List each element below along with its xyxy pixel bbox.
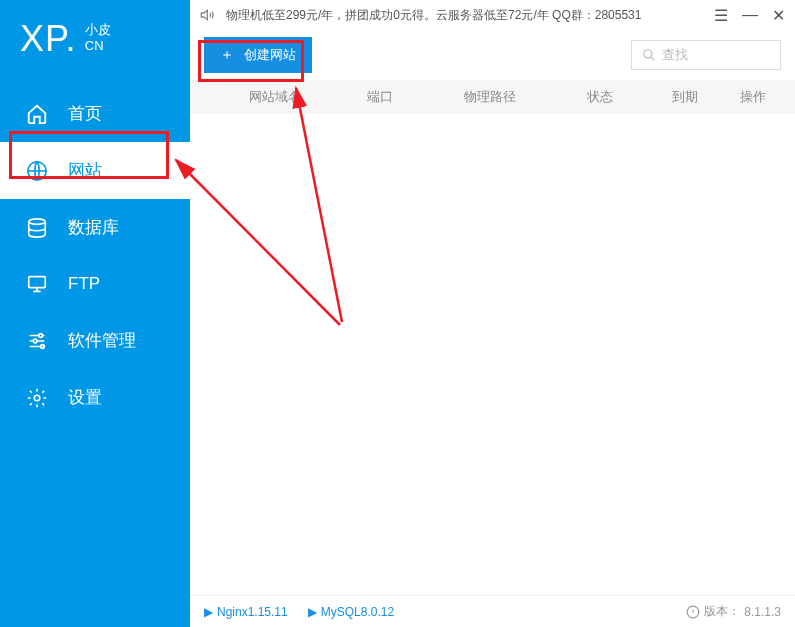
- sliders-icon: [24, 330, 50, 352]
- window-controls: ☰ — ✕: [714, 6, 785, 25]
- logo: XP. 小皮 CN: [0, 0, 190, 80]
- play-icon: ▶: [204, 605, 213, 619]
- th-action: 操作: [730, 88, 775, 106]
- titlebar: 物理机低至299元/年，拼团成功0元得。云服务器低至72元/年 QQ群：2805…: [190, 0, 795, 30]
- nav-label: 首页: [68, 102, 102, 125]
- table-body-empty: [190, 114, 795, 579]
- footer: ▶ Nginx1.15.11 ▶ MySQL8.0.12 版本： 8.1.1.3: [190, 595, 795, 627]
- close-icon[interactable]: ✕: [772, 6, 785, 25]
- sidebar-item-ftp[interactable]: FTP: [0, 256, 190, 312]
- sidebar-item-database[interactable]: 数据库: [0, 199, 190, 256]
- service-nginx[interactable]: ▶ Nginx1.15.11: [204, 605, 288, 619]
- svg-point-6: [34, 395, 40, 401]
- database-icon: [24, 217, 50, 239]
- promo-text: 物理机低至299元/年，拼团成功0元得。云服务器低至72元/年 QQ群：2805…: [226, 7, 714, 24]
- search-icon: [642, 48, 656, 62]
- sidebar: XP. 小皮 CN 首页 网站 数据库 F: [0, 0, 190, 627]
- minimize-icon[interactable]: —: [742, 6, 758, 25]
- logo-sub: 小皮 CN: [85, 22, 111, 53]
- svg-point-4: [33, 339, 37, 343]
- sidebar-item-software[interactable]: 软件管理: [0, 312, 190, 369]
- table-header: 网站域名 端口 物理路径 状态 到期 操作: [190, 80, 795, 114]
- nav-label: 设置: [68, 386, 102, 409]
- service-mysql[interactable]: ▶ MySQL8.0.12: [308, 605, 394, 619]
- th-status: 状态: [560, 88, 640, 106]
- nav-label: 数据库: [68, 216, 119, 239]
- logo-main: XP.: [20, 18, 76, 60]
- svg-point-7: [644, 50, 652, 58]
- sound-icon[interactable]: [200, 7, 216, 23]
- main: 物理机低至299元/年，拼团成功0元得。云服务器低至72元/年 QQ群：2805…: [190, 0, 795, 627]
- th-port: 端口: [340, 88, 420, 106]
- th-expire: 到期: [640, 88, 730, 106]
- menu-icon[interactable]: ☰: [714, 6, 728, 25]
- annotation-box-button: [198, 40, 304, 82]
- svg-rect-2: [29, 277, 46, 288]
- search-input[interactable]: 查找: [631, 40, 781, 70]
- nav-label: FTP: [68, 274, 100, 294]
- sidebar-item-settings[interactable]: 设置: [0, 369, 190, 426]
- gear-icon: [24, 387, 50, 409]
- home-icon: [24, 103, 50, 125]
- svg-point-3: [39, 333, 43, 337]
- th-path: 物理路径: [420, 88, 560, 106]
- monitor-icon: [24, 273, 50, 295]
- th-domain: 网站域名: [210, 88, 340, 106]
- svg-point-1: [29, 218, 46, 224]
- version: 版本： 8.1.1.3: [686, 603, 781, 620]
- annotation-box-sidebar: [9, 131, 169, 179]
- play-icon: ▶: [308, 605, 317, 619]
- search-placeholder: 查找: [662, 46, 688, 64]
- nav-label: 软件管理: [68, 329, 136, 352]
